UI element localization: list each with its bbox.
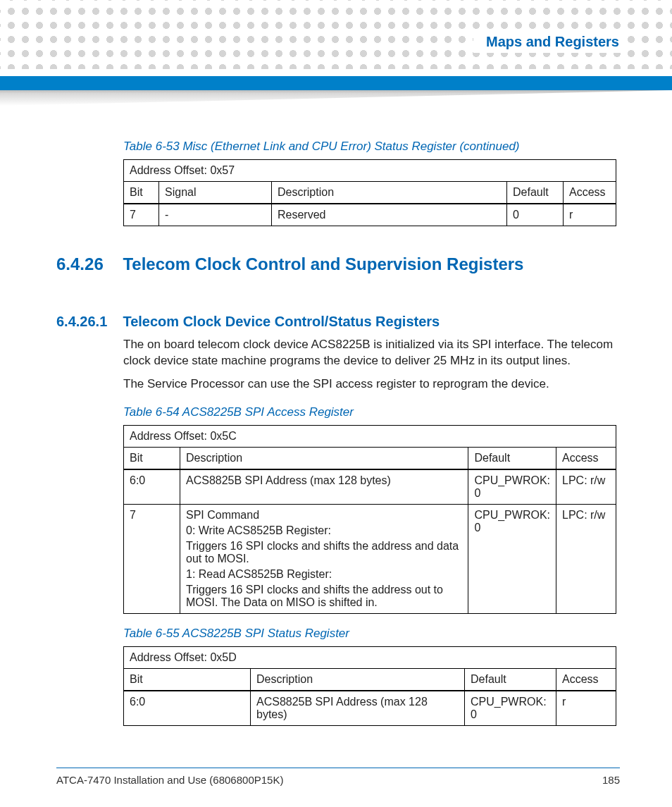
footer-doc-title: ATCA-7470 Installation and Use (6806800P…	[56, 774, 283, 786]
col-signal: Signal	[159, 182, 272, 204]
col-default: Default	[465, 668, 556, 691]
col-desc: Description	[180, 447, 468, 469]
section-number: 6.4.26	[56, 254, 120, 274]
col-access: Access	[556, 668, 616, 691]
col-access: Access	[564, 182, 616, 204]
table-55: Address Offset: 0x5D Bit Description Def…	[123, 646, 616, 726]
footer-page-number: 185	[602, 774, 620, 786]
subsection-heading: 6.4.26.1 Telecom Clock Device Control/St…	[56, 314, 620, 330]
table-53-caption: Table 6-53 Misc (Ethernet Link and CPU E…	[123, 140, 620, 154]
section-title: Telecom Clock Control and Supervision Re…	[123, 254, 523, 274]
page-footer: ATCA-7470 Installation and Use (6806800P…	[56, 768, 620, 786]
col-bit: Bit	[124, 668, 251, 691]
table-row: 6:0 ACS8825B SPI Address (max 128 bytes)…	[124, 469, 616, 505]
table-row: 7 - Reserved 0 r	[124, 204, 616, 226]
header-title-box: Maps and Registers	[473, 31, 626, 53]
col-default: Default	[507, 182, 564, 204]
section-heading: 6.4.26 Telecom Clock Control and Supervi…	[56, 254, 620, 274]
header-blue-bar	[0, 76, 672, 90]
table-54-offset: Address Offset: 0x5C	[124, 425, 616, 447]
subsection-title: Telecom Clock Device Control/Status Regi…	[123, 314, 440, 330]
header-gray-wedge	[0, 90, 672, 106]
table-row: 7 SPI Command 0: Write ACS8525B Register…	[124, 504, 616, 613]
body-paragraph: The on board telecom clock device ACS822…	[123, 337, 616, 369]
col-bit: Bit	[124, 447, 180, 469]
table-53-offset: Address Offset: 0x57	[124, 160, 616, 182]
col-access: Access	[556, 447, 616, 469]
col-default: Default	[468, 447, 556, 469]
col-desc: Description	[251, 668, 465, 691]
table-55-caption: Table 6-55 ACS8225B SPI Status Register	[123, 627, 620, 641]
table-row: 6:0 ACS8825B SPI Address (max 128 bytes)…	[124, 691, 616, 726]
table-53: Address Offset: 0x57 Bit Signal Descript…	[123, 159, 616, 226]
chapter-title: Maps and Registers	[486, 34, 619, 49]
table-54: Address Offset: 0x5C Bit Description Def…	[123, 425, 616, 614]
col-bit: Bit	[124, 182, 159, 204]
multi-line-desc: SPI Command 0: Write ACS8525B Register: …	[180, 504, 468, 613]
col-desc: Description	[272, 182, 507, 204]
subsection-number: 6.4.26.1	[56, 314, 120, 330]
body-paragraph: The Service Processor can use the SPI ac…	[123, 376, 616, 393]
page-content: Table 6-53 Misc (Ethernet Link and CPU E…	[56, 127, 620, 733]
table-54-caption: Table 6-54 ACS8225B SPI Access Register	[123, 405, 620, 419]
table-55-offset: Address Offset: 0x5D	[124, 646, 616, 668]
